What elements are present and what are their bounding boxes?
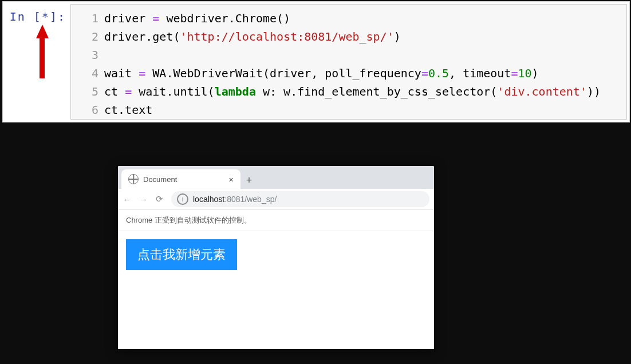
jupyter-code-cell: In [*]: 1 2 3 4 5 6 driver = webdriver.C… xyxy=(2,1,630,122)
reload-button[interactable]: ⟳ xyxy=(156,194,163,204)
tab-title: Document xyxy=(143,175,224,184)
page-content: 点击我新增元素 xyxy=(118,231,434,278)
url-path: /web_sp/ xyxy=(244,195,277,204)
new-tab-button[interactable]: + xyxy=(240,172,258,189)
line-number: 5 xyxy=(71,82,98,101)
site-info-icon[interactable]: i xyxy=(177,193,188,205)
forward-button[interactable]: → xyxy=(139,195,148,204)
line-number: 1 xyxy=(71,9,98,27)
line-number: 2 xyxy=(71,27,98,46)
line-number-gutter: 1 2 3 4 5 6 xyxy=(71,5,104,119)
globe-icon xyxy=(128,174,139,184)
url-port: :8081 xyxy=(224,195,244,204)
prompt-text: In [*]: xyxy=(10,10,66,23)
chrome-browser-window: Document × + ← → ⟳ i localhost:8081/web_… xyxy=(118,166,434,349)
line-number: 3 xyxy=(71,46,98,64)
automation-infobar: Chrome 正受到自动测试软件的控制。 xyxy=(118,210,434,231)
address-bar[interactable]: i localhost:8081/web_sp/ xyxy=(171,191,429,207)
close-tab-button[interactable]: × xyxy=(228,175,234,184)
browser-tab[interactable]: Document × xyxy=(121,169,240,189)
infobar-text: Chrome 正受到自动测试软件的控制。 xyxy=(126,215,251,225)
add-element-button[interactable]: 点击我新增元素 xyxy=(126,239,237,270)
code-editor[interactable]: 1 2 3 4 5 6 driver = webdriver.Chrome() … xyxy=(70,4,627,120)
code-content[interactable]: driver = webdriver.Chrome() driver.get('… xyxy=(104,5,626,119)
cell-prompt: In [*]: xyxy=(3,2,66,23)
line-number: 4 xyxy=(71,64,98,82)
red-arrow-annotation xyxy=(36,25,49,78)
line-number: 6 xyxy=(71,101,98,119)
back-button[interactable]: ← xyxy=(123,195,131,204)
browser-toolbar: ← → ⟳ i localhost:8081/web_sp/ xyxy=(118,189,434,210)
url-host: localhost xyxy=(193,195,224,204)
tab-strip: Document × + xyxy=(118,166,434,189)
